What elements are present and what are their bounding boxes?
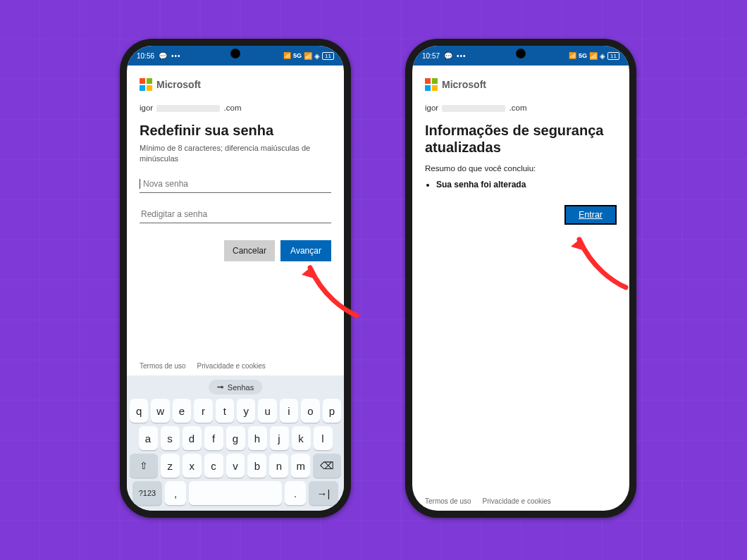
email-suffix: .com xyxy=(510,104,527,112)
page-title: Informações de segurança atualizadas xyxy=(425,122,617,156)
microsoft-name: Microsoft xyxy=(442,79,486,90)
key-k[interactable]: k xyxy=(292,426,311,450)
signal-secondary: 📶 xyxy=(569,52,576,59)
microsoft-brand: Microsoft xyxy=(140,78,331,91)
key-b[interactable]: b xyxy=(247,454,266,478)
account-email: igor .com xyxy=(425,104,617,112)
completed-item: Sua senha foi alterada xyxy=(436,180,617,189)
key-z[interactable]: z xyxy=(161,454,180,478)
enter-button[interactable]: Entrar xyxy=(564,205,617,225)
advance-button[interactable]: Avançar xyxy=(280,240,331,261)
email-prefix: igor xyxy=(140,104,153,112)
microsoft-logo-icon xyxy=(140,78,152,91)
keyboard-row-1: qwertyuiop xyxy=(130,399,341,423)
keyboard-suggestion-pill[interactable]: ⊸ Senhas xyxy=(209,380,262,394)
more-icon: ••• xyxy=(457,52,467,60)
microsoft-name: Microsoft xyxy=(156,79,201,90)
key-a[interactable]: a xyxy=(139,426,158,450)
keyboard-row-3: ⇧ zxcvbnm ⌫ xyxy=(130,454,341,478)
microsoft-logo-icon xyxy=(425,78,438,91)
footer-links: Termos de uso Privacidade e cookies xyxy=(140,356,331,375)
wifi-icon: ◈ xyxy=(600,52,605,60)
keyboard-row-4: ?123 , . →| xyxy=(130,481,341,505)
network-label: 5G xyxy=(293,52,302,59)
page-title: Redefinir sua senha xyxy=(140,122,331,139)
enter-key[interactable]: →| xyxy=(309,481,338,505)
phone-left: 10:56 💬 ••• 📶 5G 📶 ◈ 11 Microsoft xyxy=(120,39,351,518)
symbols-key[interactable]: ?123 xyxy=(132,481,162,505)
space-key[interactable] xyxy=(189,481,282,505)
key-h[interactable]: h xyxy=(248,426,267,450)
repeat-password-input[interactable] xyxy=(140,209,331,220)
backspace-key[interactable]: ⌫ xyxy=(313,454,341,478)
key-s[interactable]: s xyxy=(161,426,180,450)
key-v[interactable]: v xyxy=(226,454,245,478)
comma-key[interactable]: , xyxy=(165,481,186,505)
email-prefix: igor xyxy=(425,104,438,112)
key-y[interactable]: y xyxy=(237,399,255,423)
screen-left: 10:56 💬 ••• 📶 5G 📶 ◈ 11 Microsoft xyxy=(127,46,344,511)
key-c[interactable]: c xyxy=(204,454,223,478)
page-security-updated: Microsoft igor .com Informações de segur… xyxy=(412,66,629,511)
text-caret xyxy=(140,179,140,189)
signal-primary: 📶 xyxy=(304,52,312,60)
email-suffix: .com xyxy=(224,104,242,112)
signal-primary: 📶 xyxy=(589,52,598,60)
soft-keyboard[interactable]: ⊸ Senhas qwertyuiop asdfghjkl ⇧ zxcvbnm … xyxy=(127,375,344,511)
camera-hole xyxy=(516,49,526,58)
signal-secondary: 📶 xyxy=(283,52,291,59)
terms-link[interactable]: Termos de uso xyxy=(140,362,186,370)
key-r[interactable]: r xyxy=(194,399,212,423)
phone-right: 10:57 💬 ••• 📶 5G 📶 ◈ 11 Microsoft xyxy=(405,39,636,518)
account-email: igor .com xyxy=(140,104,331,112)
battery-icon: 11 xyxy=(607,52,619,60)
key-p[interactable]: p xyxy=(323,399,341,423)
email-redacted xyxy=(442,105,505,112)
keyboard-pill-label: Senhas xyxy=(228,383,254,392)
key-l[interactable]: l xyxy=(314,426,333,450)
key-m[interactable]: m xyxy=(291,454,310,478)
keyboard-row-2: asdfghjkl xyxy=(130,426,341,450)
key-d[interactable]: d xyxy=(183,426,202,450)
chat-icon: 💬 xyxy=(159,52,167,60)
privacy-link[interactable]: Privacidade e cookies xyxy=(197,362,266,370)
screen-right: 10:57 💬 ••• 📶 5G 📶 ◈ 11 Microsoft xyxy=(412,46,629,511)
chat-icon: 💬 xyxy=(444,52,452,60)
page-subtitle: Mínimo de 8 caracteres; diferencia maiús… xyxy=(140,143,331,164)
terms-link[interactable]: Termos de uso xyxy=(425,497,471,505)
privacy-link[interactable]: Privacidade e cookies xyxy=(483,497,551,505)
footer-links: Termos de uso Privacidade e cookies xyxy=(425,492,617,511)
key-w[interactable]: w xyxy=(151,399,169,423)
status-time: 10:56 xyxy=(137,52,154,60)
camera-hole xyxy=(230,49,240,58)
key-x[interactable]: x xyxy=(183,454,202,478)
more-icon: ••• xyxy=(171,52,181,60)
new-password-input[interactable] xyxy=(142,178,331,189)
status-time: 10:57 xyxy=(422,52,440,60)
network-label: 5G xyxy=(579,52,587,59)
battery-icon: 11 xyxy=(322,52,334,60)
new-password-field[interactable] xyxy=(140,174,331,193)
key-f[interactable]: f xyxy=(204,426,223,450)
key-t[interactable]: t xyxy=(216,399,234,423)
key-u[interactable]: u xyxy=(258,399,276,423)
wifi-icon: ◈ xyxy=(314,52,320,60)
key-e[interactable]: e xyxy=(173,399,191,423)
key-i[interactable]: i xyxy=(280,399,298,423)
email-redacted xyxy=(156,105,220,112)
summary-label: Resumo do que você concluiu: xyxy=(425,164,617,173)
key-o[interactable]: o xyxy=(301,399,319,423)
microsoft-brand: Microsoft xyxy=(425,78,617,91)
shift-key[interactable]: ⇧ xyxy=(130,454,158,478)
page-reset-password: Microsoft igor .com Redefinir sua senha … xyxy=(127,66,344,375)
key-q[interactable]: q xyxy=(130,399,148,423)
repeat-password-field[interactable] xyxy=(140,204,331,223)
completed-list: Sua senha foi alterada xyxy=(436,180,617,189)
key-j[interactable]: j xyxy=(270,426,289,450)
button-row: Cancelar Avançar xyxy=(140,240,331,261)
period-key[interactable]: . xyxy=(285,481,306,505)
key-n[interactable]: n xyxy=(269,454,288,478)
cancel-button[interactable]: Cancelar xyxy=(224,240,275,261)
key-g[interactable]: g xyxy=(226,426,245,450)
key-icon: ⊸ xyxy=(217,382,223,392)
